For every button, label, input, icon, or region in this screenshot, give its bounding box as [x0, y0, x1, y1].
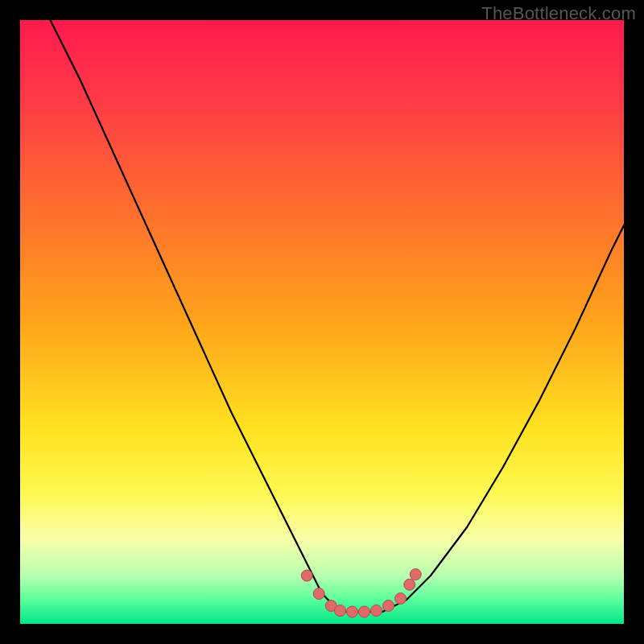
curve-marker — [410, 569, 421, 580]
curve-marker — [301, 570, 312, 581]
curve-marker — [335, 605, 346, 617]
gradient-backdrop — [20, 20, 624, 624]
plot-area — [20, 20, 624, 624]
chart-stage: TheBottleneck.com — [0, 0, 644, 644]
curve-marker — [371, 605, 382, 617]
curve-marker — [359, 606, 370, 617]
curve-marker — [347, 606, 358, 617]
curve-marker — [383, 601, 394, 612]
curve-marker — [395, 593, 407, 605]
curve-marker — [404, 579, 415, 590]
curve-marker — [313, 588, 324, 600]
chart-svg — [20, 20, 624, 624]
